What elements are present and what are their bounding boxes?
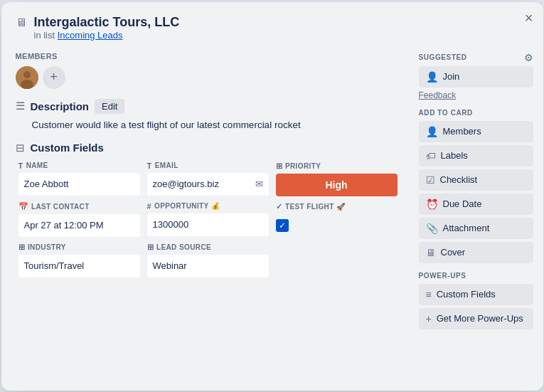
test-flight-type-icon: ✓ [276,202,282,211]
name-type-icon: T [18,161,23,170]
fields-row-2: 📅 LAST CONTACT Apr 27 at 12:00 PM # OPPO… [18,202,398,237]
email-label: T EMAIL [147,161,269,170]
industry-label: ⊞ INDUSTRY [18,243,140,252]
card-icon: 🖥 [16,16,27,29]
test-flight-label: ✓ TEST FLIGHT 🚀 [276,202,398,211]
get-more-powerups-icon: + [426,313,432,324]
opportunity-type-icon: # [147,202,152,211]
opportunity-label: # OPPORTUNITY 💰 [147,202,269,211]
sidebar: SUGGESTED ⚙ 👤 Join Feedback ADD TO CARD … [412,45,543,391]
members-icon: 👤 [426,126,438,137]
field-test-flight: ✓ TEST FLIGHT 🚀 ✓ [276,202,398,237]
custom-fields-powerup-button[interactable]: ≡ Custom Fields [419,284,533,305]
field-industry: ⊞ INDUSTRY Tourism/Travel [18,243,140,277]
svg-point-1 [23,71,31,78]
description-icon: ☰ [16,100,25,112]
modal-header: 🖥 Intergalactic Tours, LLC in list Incom… [1,2,543,45]
priority-value[interactable]: High [276,174,398,196]
edit-description-button[interactable]: Edit [95,99,124,114]
fields-row-1: T NAME Zoe Abbott T EMAIL zoe@igtours.bi… [18,161,398,196]
cover-button[interactable]: 🖥 Cover [419,242,533,263]
custom-fields-header: ⊟ Custom Fields [16,142,398,154]
test-flight-value[interactable]: ✓ [276,214,398,237]
last-contact-value[interactable]: Apr 27 at 12:00 PM [18,214,140,237]
field-opportunity: # OPPORTUNITY 💰 1300000 [147,202,269,237]
custom-fields-powerup-icon: ≡ [426,289,432,300]
name-value[interactable]: Zoe Abbott [18,173,140,196]
opportunity-value[interactable]: 1300000 [147,213,269,236]
name-label: T NAME [18,161,140,170]
join-button[interactable]: 👤 Join [419,66,533,88]
attachment-icon: 📎 [426,223,438,234]
industry-type-icon: ⊞ [18,243,25,252]
checkbox-checked-icon: ✓ [276,219,289,232]
custom-fields-icon: ⊟ [16,142,25,154]
field-lead-source: ⊞ LEAD SOURCE Webinar [147,243,269,277]
checklist-icon: ☑ [426,174,435,186]
lead-source-label: ⊞ LEAD SOURCE [147,243,269,252]
members-label: Members [16,52,398,60]
close-button[interactable]: × [525,11,533,25]
avatar-image [16,66,38,89]
email-type-icon: T [147,161,152,170]
list-link[interactable]: Incoming Leads [58,30,123,41]
card-subtitle: in list Incoming Leads [34,30,180,41]
description-text: Customer would like a test flight of our… [32,120,398,130]
due-date-button[interactable]: ⏰ Due Date [419,194,533,215]
join-icon: 👤 [426,71,438,83]
priority-label: ⊞ PRIORITY [276,161,398,171]
last-contact-label: 📅 LAST CONTACT [18,202,140,211]
modal-body: Members + ☰ Description Edit Custome [1,45,543,391]
field-email: T EMAIL zoe@igtours.biz ✉ [147,161,269,196]
lead-source-type-icon: ⊞ [147,243,154,252]
labels-icon: 🏷 [426,150,436,161]
field-empty [276,243,398,277]
industry-value[interactable]: Tourism/Travel [18,255,140,277]
avatar[interactable] [16,66,38,89]
add-to-card-label: ADD TO CARD [419,109,533,117]
fields-row-3: ⊞ INDUSTRY Tourism/Travel ⊞ LEAD SOURCE … [18,243,398,277]
field-last-contact: 📅 LAST CONTACT Apr 27 at 12:00 PM [18,202,140,237]
email-envelope-icon: ✉ [255,179,263,189]
attachment-button[interactable]: 📎 Attachment [419,218,533,239]
suggested-header: SUGGESTED ⚙ [419,52,533,63]
lead-source-value[interactable]: Webinar [147,255,269,277]
due-date-icon: ⏰ [426,198,438,210]
gear-button[interactable]: ⚙ [524,52,533,63]
get-more-powerups-button[interactable]: + Get More Power-Ups [419,308,533,329]
modal: × 🖥 Intergalactic Tours, LLC in list Inc… [1,2,543,391]
custom-fields-title: Custom Fields [31,142,104,154]
email-value[interactable]: zoe@igtours.biz ✉ [147,173,269,196]
power-ups-label: POWER-UPS [419,272,533,280]
labels-button[interactable]: 🏷 Labels [419,145,533,166]
priority-type-icon: ⊞ [276,161,282,171]
suggested-label: SUGGESTED [419,53,467,61]
main-column: Members + ☰ Description Edit Custome [1,45,412,391]
checklist-button[interactable]: ☑ Checklist [419,169,533,191]
cover-icon: 🖥 [426,247,436,258]
members-button[interactable]: 👤 Members [419,121,533,142]
description-title: Description [31,100,90,112]
description-header: ☰ Description Edit [16,99,398,114]
members-row: + [16,66,398,89]
card-title: Intergalactic Tours, LLC [34,15,180,30]
field-priority: ⊞ PRIORITY High [276,161,398,196]
last-contact-type-icon: 📅 [18,202,28,211]
add-member-button[interactable]: + [43,66,65,89]
feedback-button[interactable]: Feedback [419,90,457,100]
header-text: Intergalactic Tours, LLC in list Incomin… [34,15,180,41]
field-name: T NAME Zoe Abbott [18,161,140,196]
